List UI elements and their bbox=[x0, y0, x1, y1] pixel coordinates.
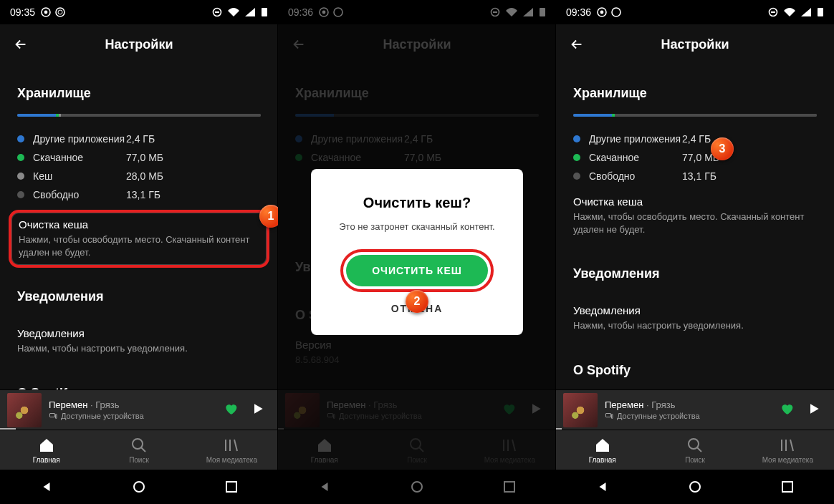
svg-rect-27 bbox=[818, 8, 823, 16]
nav-search[interactable]: Поиск bbox=[92, 430, 185, 470]
svg-rect-4 bbox=[215, 11, 219, 13]
svg-rect-32 bbox=[782, 482, 792, 492]
devices-button[interactable]: Доступные устройства bbox=[49, 412, 224, 420]
sys-back[interactable] bbox=[39, 479, 54, 495]
devices-button[interactable]: Доступные устройства bbox=[605, 412, 780, 420]
legend-row: Скачанное77,0 МБ bbox=[573, 148, 817, 167]
svg-point-8 bbox=[133, 439, 143, 449]
nav-home[interactable]: Главная bbox=[556, 430, 648, 470]
like-button[interactable] bbox=[224, 402, 238, 419]
legend-row: Кеш28,0 МБ bbox=[17, 167, 261, 185]
svg-rect-28 bbox=[606, 414, 611, 417]
now-playing-bar[interactable]: Перемен · Грязь Доступные устройства bbox=[0, 389, 278, 430]
svg-point-9 bbox=[134, 482, 144, 492]
play-button[interactable] bbox=[251, 402, 265, 419]
storage-legend: Другие приложения2,4 ГБ Скачанное77,0 МБ… bbox=[17, 130, 261, 204]
android-nav bbox=[0, 470, 278, 504]
bottom-nav: Главная Поиск Моя медиатека bbox=[0, 430, 278, 470]
clear-cache-item[interactable]: Очистка кеша Нажми, чтобы освободить мес… bbox=[573, 185, 817, 245]
legend-row: Свободно13,1 ГБ bbox=[573, 167, 817, 185]
svg-point-31 bbox=[690, 482, 700, 492]
notifications-item[interactable]: Уведомления Нажми, чтобы настроить уведо… bbox=[17, 317, 261, 364]
clear-cache-item[interactable]: Очистка кеша Нажми, чтобы освободить мес… bbox=[9, 210, 269, 268]
screen-1: 09:35 Настройки Хранилище Другие прил bbox=[0, 0, 278, 504]
svg-point-2 bbox=[56, 8, 64, 16]
svg-rect-10 bbox=[226, 482, 236, 492]
svg-rect-26 bbox=[771, 11, 775, 13]
notifications-item[interactable]: УведомленияНажми, чтобы настроить уведом… bbox=[573, 294, 817, 341]
confirm-clear-button[interactable]: ОЧИСТИТЬ КЕШ bbox=[346, 255, 488, 286]
svg-point-24 bbox=[612, 8, 620, 16]
legend-row: Другие приложения2,4 ГБ bbox=[17, 130, 261, 148]
back-button[interactable] bbox=[569, 37, 585, 52]
page-header: Настройки bbox=[0, 24, 278, 64]
status-bar: 09:35 bbox=[0, 0, 278, 24]
svg-point-30 bbox=[689, 439, 699, 449]
settings-content: Хранилище Другие приложения2,4 ГБ Скачан… bbox=[0, 64, 278, 389]
svg-rect-6 bbox=[50, 414, 55, 417]
svg-rect-5 bbox=[262, 8, 267, 16]
notifications-heading: Уведомления bbox=[17, 289, 261, 304]
svg-rect-7 bbox=[56, 415, 57, 419]
nav-search[interactable]: Поиск bbox=[648, 430, 741, 470]
now-playing-bar[interactable]: Перемен · ГрязьДоступные устройства bbox=[556, 389, 834, 430]
storage-bar bbox=[17, 114, 261, 117]
album-art bbox=[7, 393, 42, 427]
sys-recent[interactable] bbox=[224, 479, 239, 495]
svg-point-23 bbox=[600, 11, 604, 14]
page-title: Настройки bbox=[105, 37, 173, 52]
confirm-highlight: ОЧИСТИТЬ КЕШ bbox=[340, 249, 494, 292]
like-button[interactable] bbox=[780, 402, 794, 419]
nav-home[interactable]: Главная bbox=[0, 430, 92, 470]
sys-home[interactable] bbox=[131, 479, 147, 495]
status-right-icons bbox=[212, 7, 268, 17]
legend-row: Свободно13,1 ГБ bbox=[17, 185, 261, 204]
nav-library[interactable]: Моя медиатека bbox=[742, 430, 834, 470]
sys-back[interactable] bbox=[595, 479, 610, 495]
back-button[interactable] bbox=[13, 37, 29, 52]
legend-row: Скачанное77,0 МБ bbox=[17, 148, 261, 167]
storage-heading: Хранилище bbox=[17, 86, 261, 101]
step-badge-2: 2 bbox=[406, 290, 428, 313]
sys-recent[interactable] bbox=[780, 479, 795, 495]
modal-backdrop[interactable]: Очистить кеш? Это не затронет скачанный … bbox=[278, 0, 556, 504]
screen-3: 09:36 Настройки Хранилище Другие приложе… bbox=[556, 0, 834, 504]
play-button[interactable] bbox=[807, 402, 821, 419]
status-time: 09:35 bbox=[10, 6, 35, 18]
status-left-icons bbox=[41, 7, 65, 17]
step-badge-3: 3 bbox=[711, 137, 734, 160]
dialog-title: Очистить кеш? bbox=[325, 195, 509, 211]
legend-row: Другие приложения2,4 ГБ bbox=[573, 130, 817, 148]
svg-point-1 bbox=[44, 11, 48, 14]
sys-home[interactable] bbox=[687, 479, 703, 495]
dialog-body: Это не затронет скачанный контент. bbox=[325, 221, 509, 232]
nav-library[interactable]: Моя медиатека bbox=[186, 430, 278, 470]
svg-rect-29 bbox=[612, 415, 613, 419]
screen-2: 09:36 Настройки Хранилище Другие приложе… bbox=[278, 0, 556, 504]
step-badge-1: 1 bbox=[259, 205, 278, 228]
